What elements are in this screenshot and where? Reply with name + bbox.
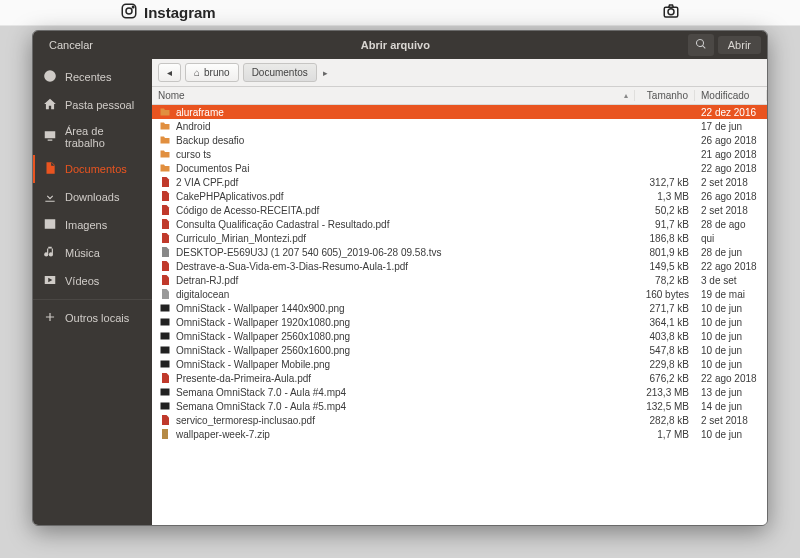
file-row[interactable]: aluraframe22 dez 2016	[152, 105, 767, 119]
path-back-button[interactable]: ◂	[158, 63, 181, 82]
png-icon	[158, 344, 172, 356]
file-modified: 2 set 2018	[695, 415, 767, 426]
sidebar-item-label: Downloads	[65, 191, 119, 203]
background-app-bar: Instagram	[0, 0, 800, 26]
file-name: Android	[176, 121, 635, 132]
sidebar-item-label: Outros locais	[65, 312, 129, 324]
file-row[interactable]: OmniStack - Wallpaper Mobile.png229,8 kB…	[152, 357, 767, 371]
file-row[interactable]: Consulta Qualificação Cadastral - Result…	[152, 217, 767, 231]
pdf-icon	[158, 190, 172, 202]
file-row[interactable]: CakePHPAplicativos.pdf1,3 MB26 ago 2018	[152, 189, 767, 203]
file-modified: 28 de ago	[695, 219, 767, 230]
sidebar-item-outros-locais[interactable]: Outros locais	[33, 304, 152, 332]
file-row[interactable]: Semana OmniStack 7.0 - Aula #4.mp4213,3 …	[152, 385, 767, 399]
file-row[interactable]: OmniStack - Wallpaper 2560x1600.png547,8…	[152, 343, 767, 357]
file-row[interactable]: Detran-RJ.pdf78,2 kB3 de set	[152, 273, 767, 287]
column-headers: Nome ▴ Tamanho Modificado	[152, 87, 767, 105]
png-icon	[158, 358, 172, 370]
file-name: OmniStack - Wallpaper 2560x1600.png	[176, 345, 635, 356]
camera-icon[interactable]	[662, 2, 680, 24]
svg-rect-10	[161, 389, 170, 396]
file-row[interactable]: curso ts21 ago 2018	[152, 147, 767, 161]
open-button[interactable]: Abrir	[718, 36, 761, 54]
image-icon	[43, 217, 57, 233]
file-size: 312,7 kB	[635, 177, 695, 188]
sidebar-item-vídeos[interactable]: Vídeos	[33, 267, 152, 295]
file-row[interactable]: DESKTOP-E569U3J (1 207 540 605)_2019-06-…	[152, 245, 767, 259]
pdf-icon	[158, 204, 172, 216]
file-row[interactable]: OmniStack - Wallpaper 1440x900.png271,7 …	[152, 301, 767, 315]
file-modified: 13 de jun	[695, 387, 767, 398]
chevron-left-icon: ◂	[167, 67, 172, 78]
file-row[interactable]: Código de Acesso-RECEITA.pdf50,2 kB2 set…	[152, 203, 767, 217]
svg-rect-8	[161, 347, 170, 354]
video-icon	[43, 273, 57, 289]
file-row[interactable]: Curriculo_Mirian_Montezi.pdf186,8 kBqui	[152, 231, 767, 245]
file-row[interactable]: servico_termoresp-inclusao.pdf282,8 kB2 …	[152, 413, 767, 427]
sidebar-item-pasta-pessoal[interactable]: Pasta pessoal	[33, 91, 152, 119]
home-icon: ⌂	[194, 67, 200, 78]
sidebar-item-downloads[interactable]: Downloads	[33, 183, 152, 211]
zip-icon	[158, 428, 172, 440]
file-name: OmniStack - Wallpaper 1920x1080.png	[176, 317, 635, 328]
sidebar-item-imagens[interactable]: Imagens	[33, 211, 152, 239]
pdf-icon	[158, 232, 172, 244]
cancel-button[interactable]: Cancelar	[39, 36, 103, 54]
sidebar-item-área-de-trabalho[interactable]: Área de trabalho	[33, 119, 152, 155]
file-list[interactable]: aluraframe22 dez 2016Android17 de junBac…	[152, 105, 767, 525]
file-open-dialog: Cancelar Abrir arquivo Abrir RecentesPas…	[32, 30, 768, 526]
dialog-header: Cancelar Abrir arquivo Abrir	[33, 31, 767, 59]
file-name: Detran-RJ.pdf	[176, 275, 635, 286]
png-icon	[158, 316, 172, 328]
file-modified: 14 de jun	[695, 401, 767, 412]
pdf-icon	[158, 260, 172, 272]
column-size[interactable]: Tamanho	[635, 90, 695, 101]
search-icon	[695, 38, 707, 52]
sidebar-item-label: Documentos	[65, 163, 127, 175]
file-modified: 26 ago 2018	[695, 135, 767, 146]
svg-rect-7	[161, 333, 170, 340]
sidebar-item-recentes[interactable]: Recentes	[33, 63, 152, 91]
file-panel: ◂ ⌂ bruno Documentos ▸ Nome ▴ Tamanho Mo…	[152, 59, 767, 525]
doc-icon	[43, 161, 57, 177]
file-row[interactable]: OmniStack - Wallpaper 2560x1080.png403,8…	[152, 329, 767, 343]
file-size: 403,8 kB	[635, 331, 695, 342]
file-row[interactable]: OmniStack - Wallpaper 1920x1080.png364,1…	[152, 315, 767, 329]
file-row[interactable]: wallpaper-week-7.zip1,7 MB10 de jun	[152, 427, 767, 441]
file-name: wallpaper-week-7.zip	[176, 429, 635, 440]
file-name: OmniStack - Wallpaper 2560x1080.png	[176, 331, 635, 342]
file-size: 801,9 kB	[635, 247, 695, 258]
pdf-icon	[158, 372, 172, 384]
png-icon	[158, 330, 172, 342]
file-name: Documentos Pai	[176, 163, 635, 174]
file-row[interactable]: Destrave-a-Sua-Vida-em-3-Dias-Resumo-Aul…	[152, 259, 767, 273]
search-button[interactable]	[688, 34, 714, 56]
instagram-icon	[120, 2, 138, 23]
path-home-label: bruno	[204, 67, 230, 78]
file-modified: 10 de jun	[695, 317, 767, 328]
file-row[interactable]: Presente-da-Primeira-Aula.pdf676,2 kB22 …	[152, 371, 767, 385]
file-modified: 26 ago 2018	[695, 191, 767, 202]
instagram-brand: Instagram	[120, 2, 216, 23]
sidebar-item-documentos[interactable]: Documentos	[33, 155, 152, 183]
column-modified[interactable]: Modificado	[695, 90, 767, 101]
column-name[interactable]: Nome ▴	[152, 90, 635, 101]
file-row[interactable]: 2 VIA CPF.pdf312,7 kB2 set 2018	[152, 175, 767, 189]
file-row[interactable]: Android17 de jun	[152, 119, 767, 133]
path-segment[interactable]: Documentos	[243, 63, 317, 82]
file-row[interactable]: Semana OmniStack 7.0 - Aula #5.mp4132,5 …	[152, 399, 767, 413]
dialog-title: Abrir arquivo	[103, 39, 688, 51]
path-home-button[interactable]: ⌂ bruno	[185, 63, 239, 82]
file-row[interactable]: Documentos Pai22 ago 2018	[152, 161, 767, 175]
folder-icon	[158, 120, 172, 132]
file-name: Backup desafio	[176, 135, 635, 146]
file-modified: 21 ago 2018	[695, 149, 767, 160]
file-modified: 22 ago 2018	[695, 373, 767, 384]
svg-rect-11	[161, 403, 170, 410]
sidebar-item-música[interactable]: Música	[33, 239, 152, 267]
sidebar-item-label: Imagens	[65, 219, 107, 231]
file-row[interactable]: digitalocean160 bytes19 de mai	[152, 287, 767, 301]
file-row[interactable]: Backup desafio26 ago 2018	[152, 133, 767, 147]
file-modified: 2 set 2018	[695, 205, 767, 216]
svg-point-4	[668, 8, 674, 14]
